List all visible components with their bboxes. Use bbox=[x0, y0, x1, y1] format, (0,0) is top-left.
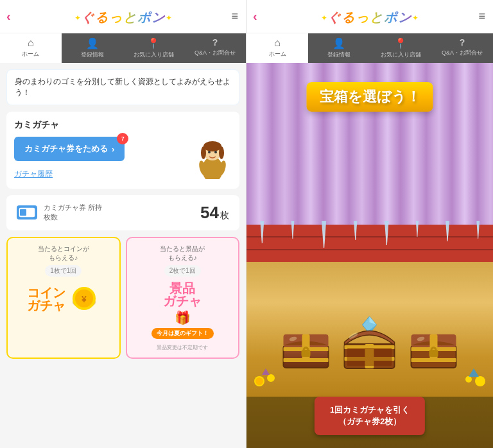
svg-marker-42 bbox=[262, 368, 270, 375]
icicle bbox=[259, 221, 265, 243]
floor-decor-right bbox=[461, 365, 487, 390]
right-favorites-icon: 📍 bbox=[394, 37, 407, 49]
icicle bbox=[444, 221, 451, 241]
action-btn-line1: 1回カミガチャを引く bbox=[330, 405, 410, 415]
floor-decor-left bbox=[253, 365, 279, 390]
left-nav-tabs: ⌂ ホーム 👤 登録情報 📍 お気に入り店舗 ? Q&A・お問合せ bbox=[0, 33, 246, 63]
chest-right[interactable] bbox=[408, 323, 460, 371]
left-back-button[interactable]: ‹ bbox=[6, 9, 11, 24]
right-home-icon: ⌂ bbox=[274, 37, 281, 49]
coin-win-text: 当たるとコインが もらえる♪ bbox=[38, 245, 89, 263]
left-tab-profile[interactable]: 👤 登録情報 bbox=[62, 33, 123, 63]
left-menu-button[interactable]: ≡ bbox=[231, 10, 238, 23]
svg-marker-45 bbox=[469, 368, 479, 377]
prize-gacha-card[interactable]: 当たると景品が もらえる♪ 2枚で1回 景品 ガチャ 🎁 今月は夏のギフト！ 景… bbox=[126, 237, 240, 359]
ticket-info: カミガチャ券 所持 枚数 bbox=[17, 203, 102, 223]
prize-gacha-title: 景品 ガチャ 🎁 今月は夏のギフト！ bbox=[151, 282, 214, 339]
right-tab-home-label: ホーム bbox=[269, 50, 286, 58]
favorites-icon: 📍 bbox=[147, 37, 160, 49]
gacha-badge: 7 bbox=[117, 133, 128, 144]
left-tab-profile-label: 登録情報 bbox=[81, 51, 104, 59]
coin-gacha-title: コイン ガチャ ¥ bbox=[27, 283, 100, 315]
profile-icon: 👤 bbox=[86, 37, 99, 49]
svg-rect-21 bbox=[302, 350, 311, 357]
left-tab-favorites[interactable]: 📍 お気に入り店舗 bbox=[123, 33, 185, 63]
right-logo-wrapper: ✦ ぐるっとポン ✦ bbox=[321, 5, 419, 28]
right-back-button[interactable]: ‹ bbox=[253, 9, 257, 24]
prize-note: 景品変更は不定期です bbox=[157, 344, 208, 351]
gacha-section: カミガチャ カミガチャ券をためる › 7 ガチャ履歴 bbox=[6, 112, 239, 189]
coin-image: ¥ bbox=[68, 283, 100, 315]
chest-center[interactable] bbox=[340, 313, 401, 371]
svg-text:¥: ¥ bbox=[82, 294, 87, 304]
ticket-count-unit: 枚 bbox=[220, 210, 229, 221]
svg-point-4 bbox=[219, 146, 224, 159]
ticket-count-number: 54 bbox=[200, 203, 219, 223]
right-tab-faq-label: Q&A・お問合せ bbox=[442, 49, 483, 57]
logo-star-right: ✦ bbox=[166, 13, 172, 22]
ticket-count-display: 54 枚 bbox=[200, 203, 229, 223]
ticket-count-section: カミガチャ券 所持 枚数 54 枚 bbox=[6, 195, 239, 230]
right-tab-faq[interactable]: ? Q&A・お問合せ bbox=[431, 33, 493, 63]
svg-rect-37 bbox=[429, 350, 438, 357]
icicles-container bbox=[246, 221, 493, 248]
action-button-container: 1回カミガチャを引く （ガチャ券2枚） bbox=[315, 397, 425, 435]
gacha-title: カミガチャ bbox=[14, 119, 232, 131]
prize-badge: 今月は夏のギフト！ bbox=[151, 328, 214, 339]
right-tab-favorites[interactable]: 📍 お気に入り店舗 bbox=[370, 33, 431, 63]
left-tab-faq[interactable]: ? Q&A・お問合せ bbox=[184, 33, 246, 63]
right-logo-star-left: ✦ bbox=[321, 13, 327, 22]
notice-banner: 身のまわりのゴミを分別して新しく資源としてよみがえらせよう！ bbox=[6, 69, 239, 105]
left-logo-wrapper: ✦ ぐるっとポン ✦ bbox=[74, 5, 172, 28]
action-btn-line2: （ガチャ券2枚） bbox=[338, 417, 401, 426]
prize-per-play: 2枚で1回 bbox=[164, 265, 201, 277]
icicle bbox=[290, 221, 295, 239]
left-panel: ‹ ✦ ぐるっとポン ✦ ≡ ⌂ ホーム 👤 登録情報 📍 お気に入り店舗 ? … bbox=[0, 0, 246, 448]
gacha-btn-label: カミガチャ券をためる bbox=[24, 143, 108, 155]
notice-text: 身のまわりのゴミを分別して新しく資源としてよみがえらせよう！ bbox=[15, 77, 230, 97]
right-header: ‹ ✦ ぐるっとポン ✦ ≡ bbox=[246, 0, 493, 33]
right-game-content: 宝箱を選ぼう！ bbox=[246, 63, 493, 448]
icicle bbox=[415, 221, 419, 237]
right-panel: ‹ ✦ ぐるっとポン ✦ ≡ ⌂ ホーム 👤 登録情報 📍 お気に入り店舗 ? … bbox=[246, 0, 493, 448]
svg-point-44 bbox=[465, 376, 472, 383]
svg-rect-10 bbox=[20, 209, 26, 216]
right-logo: ぐるっとポン bbox=[327, 9, 412, 26]
gacha-btn-arrow: › bbox=[112, 144, 114, 154]
game-title-banner: 宝箱を選ぼう！ bbox=[307, 82, 433, 112]
svg-point-41 bbox=[267, 374, 275, 382]
icicle bbox=[352, 221, 358, 240]
ticket-icon bbox=[17, 205, 37, 220]
svg-point-40 bbox=[255, 377, 263, 385]
coin-per-play: 1枚で1回 bbox=[45, 265, 82, 277]
svg-point-3 bbox=[201, 146, 206, 159]
gacha-action-button[interactable]: 1回カミガチャを引く （ガチャ券2枚） bbox=[315, 397, 425, 435]
coin-gacha-card[interactable]: 当たるとコインが もらえる♪ 1枚で1回 コイン ガチャ ¥ bbox=[6, 237, 121, 359]
chest-left[interactable] bbox=[281, 323, 332, 371]
svg-rect-30 bbox=[347, 348, 392, 366]
home-icon: ⌂ bbox=[28, 37, 34, 49]
right-tab-profile[interactable]: 👤 登録情報 bbox=[308, 33, 370, 63]
svg-point-6 bbox=[214, 151, 217, 153]
svg-point-5 bbox=[208, 151, 211, 153]
left-tab-home[interactable]: ⌂ ホーム bbox=[0, 33, 62, 63]
right-tab-profile-label: 登録情報 bbox=[327, 51, 350, 59]
right-profile-icon: 👤 bbox=[333, 37, 345, 49]
right-menu-button[interactable]: ≡ bbox=[478, 10, 485, 23]
chests-container bbox=[281, 313, 460, 371]
right-nav-tabs: ⌂ ホーム 👤 登録情報 📍 お気に入り店舗 ? Q&A・お問合せ bbox=[246, 33, 493, 63]
icicle bbox=[476, 221, 481, 239]
left-tab-faq-label: Q&A・お問合せ bbox=[195, 49, 236, 57]
gacha-cards: 当たるとコインが もらえる♪ 1枚で1回 コイン ガチャ ¥ bbox=[6, 237, 239, 359]
faq-icon: ? bbox=[212, 37, 218, 47]
right-faq-icon: ? bbox=[460, 37, 465, 47]
gacha-button-row: カミガチャ券をためる › 7 ガチャ履歴 bbox=[14, 136, 232, 181]
left-tab-home-label: ホーム bbox=[22, 50, 39, 58]
right-tab-favorites-label: お気に入り店舗 bbox=[381, 51, 421, 59]
gacha-history-link[interactable]: ガチャ履歴 bbox=[14, 169, 125, 180]
prize-win-text: 当たると景品が もらえる♪ bbox=[160, 245, 205, 263]
left-content: 身のまわりのゴミを分別して新しく資源としてよみがえらせよう！ カミガチャ カミガ… bbox=[0, 63, 246, 448]
right-logo-star-right: ✦ bbox=[412, 13, 419, 22]
gacha-ticket-button[interactable]: カミガチャ券をためる › 7 bbox=[14, 137, 125, 161]
right-tab-home[interactable]: ⌂ ホーム bbox=[246, 33, 308, 63]
